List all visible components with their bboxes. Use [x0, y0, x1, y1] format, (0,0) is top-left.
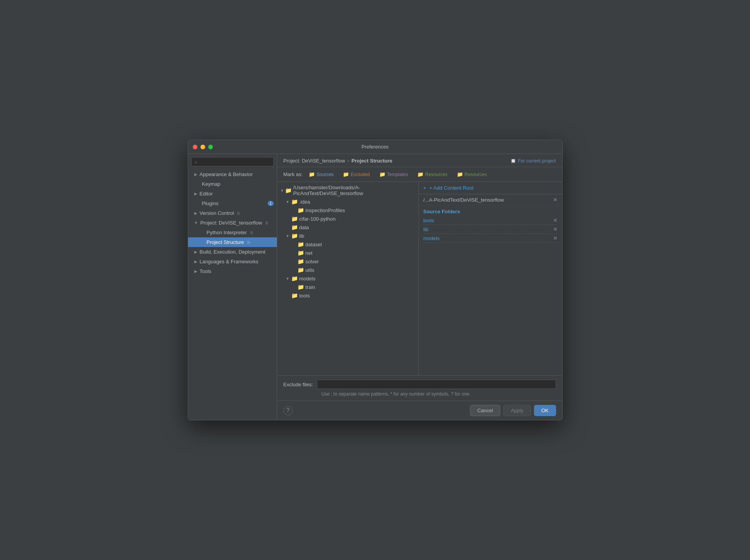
tree-item-label: inspectionProfiles	[306, 207, 345, 213]
tree-item[interactable]: ▶ 📁 inspectionProfiles	[277, 206, 418, 214]
apply-button[interactable]: Apply	[503, 405, 531, 416]
sidebar-item-version-control[interactable]: ▶ Version Control ⎘	[188, 208, 277, 218]
resources2-folder-icon: 📁	[457, 171, 463, 177]
chevron-down-icon: ▼	[286, 277, 291, 281]
mark-as-label: Mark as:	[283, 171, 303, 177]
mark-resources2-button[interactable]: 📁 Resources	[454, 170, 490, 178]
tree-item-label: lib	[299, 233, 304, 239]
mark-templates-button[interactable]: 📁 Templates	[376, 170, 411, 178]
sidebar-item-label: Version Control	[200, 210, 234, 216]
search-box[interactable]: ⌕	[191, 157, 274, 166]
tree-item[interactable]: ▶ 📁 train	[277, 283, 418, 291]
source-folder-name: tools	[423, 218, 434, 223]
tree-root[interactable]: ▼ 📁 /Users/hamster/Downloads/A-PicAndTex…	[277, 183, 418, 197]
source-folders-title: Source Folders	[423, 209, 558, 214]
close-window-button[interactable]	[193, 145, 197, 149]
add-content-root-button[interactable]: + + Add Content Root	[419, 182, 562, 194]
remove-source-folder-tools-button[interactable]: ✕	[553, 217, 558, 223]
sidebar-item-label: Languages & Frameworks	[200, 259, 259, 264]
sidebar-item-languages[interactable]: ▶ Languages & Frameworks	[188, 257, 277, 266]
tree-item[interactable]: ▼ 📁 models	[277, 274, 418, 283]
plus-icon: +	[423, 185, 427, 191]
train-folder-icon: 📁	[297, 284, 304, 290]
tree-item[interactable]: ▶ 📁 solver	[277, 257, 418, 266]
source-folder-item-models: models ✕	[423, 234, 558, 243]
tree-item[interactable]: ▶ 📁 utils	[277, 266, 418, 274]
idea-folder-icon: 📁	[291, 199, 298, 205]
sidebar-item-appearance[interactable]: ▶ Appearance & Behavior	[188, 169, 277, 179]
tree-item-label: data	[299, 225, 309, 230]
sidebar-item-tools[interactable]: ▶ Tools	[188, 266, 277, 276]
tree-item[interactable]: ▶ 📁 tools	[277, 291, 418, 300]
content-root-item: /...A-PicAndText/DeViSE_tensorflow ✕	[419, 194, 562, 206]
minimize-window-button[interactable]	[200, 145, 205, 149]
tree-item-label: .idea	[299, 199, 310, 205]
plugins-badge: 1	[268, 201, 274, 206]
sidebar-item-keymap[interactable]: Keymap	[188, 179, 277, 189]
resources2-label: Resources	[465, 172, 487, 177]
mark-excluded-button[interactable]: 📁 Excluded	[340, 170, 373, 178]
tree-item[interactable]: ▼ 📁 lib	[277, 232, 418, 240]
sidebar-item-label: Tools	[200, 268, 211, 274]
breadcrumb-info: 🔲 For current project	[510, 158, 556, 164]
tree-item-label: solver	[306, 259, 319, 264]
remove-source-folder-lib-button[interactable]: ✕	[553, 226, 558, 232]
source-folder-item-lib: lib ✕	[423, 225, 558, 234]
remove-source-folder-models-button[interactable]: ✕	[553, 235, 558, 241]
remove-content-root-button[interactable]: ✕	[553, 197, 558, 203]
sidebar-item-label: Build, Execution, Deployment	[200, 249, 266, 255]
mark-resources-button[interactable]: 📁 Resources	[414, 170, 450, 178]
source-folders-section: Source Folders tools ✕ lib ✕ models ✕	[419, 206, 562, 246]
search-icon: ⌕	[195, 159, 197, 164]
lib-folder-icon: 📁	[291, 233, 298, 239]
mark-sources-button[interactable]: 📁 Sources	[306, 170, 337, 178]
chevron-right-icon: ▶	[194, 259, 197, 264]
exclude-files-row: Exclude files:	[283, 380, 556, 389]
maximize-window-button[interactable]	[208, 145, 213, 149]
sidebar-item-build[interactable]: ▶ Build, Execution, Deployment	[188, 247, 277, 257]
excluded-folder-icon: 📁	[343, 171, 349, 177]
models-folder-icon: 📁	[291, 275, 298, 282]
chevron-right-icon: ▶	[194, 250, 197, 254]
tree-item-label: cifar-100-python	[299, 216, 336, 222]
tree-item[interactable]: ▶ 📁 data	[277, 223, 418, 232]
help-button[interactable]: ?	[283, 406, 293, 415]
sidebar-item-python-interpreter[interactable]: Python Interpreter ⎘	[188, 228, 277, 237]
dataset-folder-icon: 📁	[297, 241, 304, 247]
tree-root-label: /Users/hamster/Downloads/A-PicAndText/De…	[293, 185, 415, 196]
tree-item[interactable]: ▶ 📁 cifar-100-python	[277, 214, 418, 223]
sidebar-item-label: Plugins	[202, 200, 219, 206]
source-folder-name: lib	[423, 226, 429, 232]
sidebar-item-editor[interactable]: ▶ Editor	[188, 189, 277, 199]
sources-folder-icon: 📁	[309, 171, 315, 177]
tools-folder-icon: 📁	[291, 292, 298, 299]
tree-item-label: tools	[299, 293, 310, 299]
copy-icon: ⎘	[247, 240, 250, 245]
chevron-right-icon: ▶	[194, 269, 197, 273]
tree-item-label: utils	[306, 267, 315, 273]
sidebar-item-plugins[interactable]: Plugins 1	[188, 199, 277, 208]
sidebar-item-label: Project Structure	[207, 239, 244, 245]
tree-item-label: net	[306, 250, 313, 256]
exclude-input[interactable]	[317, 380, 556, 389]
search-input[interactable]	[200, 159, 270, 164]
sidebar-item-project[interactable]: ▼ Project: DeViSE_tensorflow ⎘	[188, 218, 277, 228]
tree-item[interactable]: ▶ 📁 net	[277, 249, 418, 257]
preferences-dialog: Preferences ⌕ ▶ Appearance & Behavior Ke…	[188, 140, 563, 420]
resources-folder-icon: 📁	[417, 171, 423, 177]
sidebar-item-project-structure[interactable]: Project Structure ⎘	[188, 237, 277, 247]
cancel-button[interactable]: Cancel	[470, 405, 500, 416]
main-content: ⌕ ▶ Appearance & Behavior Keymap ▶ Edito…	[188, 154, 562, 420]
copy-icon: ⎘	[251, 230, 253, 235]
breadcrumb-bar: Project: DeViSE_tensorflow › Project Str…	[277, 154, 562, 167]
tree-item[interactable]: ▼ 📁 .idea	[277, 197, 418, 206]
resources-label: Resources	[425, 172, 447, 177]
chevron-right-icon: ▶	[194, 192, 197, 196]
tree-item[interactable]: ▶ 📁 dataset	[277, 240, 418, 249]
right-panel: Project: DeViSE_tensorflow › Project Str…	[277, 154, 562, 420]
tree-item-label: train	[306, 284, 315, 290]
chevron-down-icon: ▼	[194, 221, 198, 225]
ok-button[interactable]: OK	[534, 405, 556, 416]
content-root-path: /...A-PicAndText/DeViSE_tensorflow	[423, 197, 504, 203]
root-folder-icon: 📁	[285, 187, 292, 194]
